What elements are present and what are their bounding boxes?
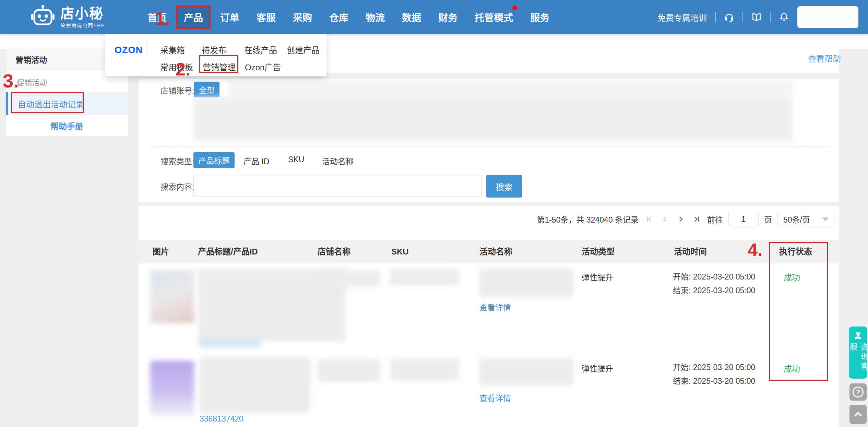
search-type-product-id[interactable]: 产品 ID — [243, 155, 269, 167]
consult-service-button[interactable]: 咨询客服 — [849, 327, 867, 379]
headset-icon[interactable] — [724, 12, 734, 22]
nav-item-managed-mode[interactable]: 托管模式 — [475, 10, 513, 24]
logo-title: 店小秘 — [60, 5, 105, 21]
search-type-label: 搜索类型: — [160, 155, 194, 167]
product-title-blurred — [200, 357, 310, 413]
divider — [742, 12, 743, 22]
navbar-right: 免费专属培训 — [657, 0, 858, 34]
menu-item-create-product[interactable]: 创建产品 — [287, 44, 320, 56]
sku-blurred — [390, 359, 459, 381]
next-page-button[interactable] — [676, 214, 686, 224]
sidebar-item-auto-exit-records[interactable]: 自动退出活动记录 — [6, 92, 128, 115]
back-to-top-button[interactable] — [849, 405, 867, 424]
question-mark-icon: ? — [853, 387, 864, 398]
status-badge: 成功 — [784, 271, 800, 283]
user-account-area[interactable] — [797, 6, 858, 28]
product-id-blurred — [199, 338, 261, 347]
blurred-shop-row — [229, 82, 794, 96]
annotation-step-1: 1. — [155, 10, 170, 27]
nav-item-products[interactable]: 产品 — [184, 5, 203, 29]
ozon-brand-tab[interactable]: OZON — [110, 42, 147, 58]
main-nav: 首页 产品 订单 客服 采购 仓库 物流 数据 财务 托管模式 服务 — [147, 0, 549, 34]
support-agent-icon — [853, 331, 863, 340]
page-number-input[interactable] — [728, 211, 759, 227]
col-header-activity-type: 活动类型 — [582, 240, 615, 263]
nav-item-warehouse[interactable]: 仓库 — [329, 10, 348, 24]
divider — [715, 12, 716, 22]
nav-item-purchasing[interactable]: 采购 — [293, 10, 312, 24]
nav-item-orders[interactable]: 订单 — [220, 10, 239, 24]
view-help-link[interactable]: 查看帮助 — [808, 52, 841, 64]
search-content-label: 搜索内容: — [160, 180, 194, 192]
consult-service-label: 咨询客服 — [847, 343, 868, 379]
col-header-activity-name: 活动名称 — [479, 240, 512, 263]
menu-item-collection-box[interactable]: 采集箱 — [160, 44, 185, 56]
col-header-exec-status: 执行状态 — [779, 240, 812, 263]
logo-subtitle: 免费跨境电商ERP — [60, 21, 105, 28]
activity-end-time: 结束: 2025-03-20 05:00 — [673, 375, 755, 386]
sku-blurred — [390, 269, 459, 286]
help-button[interactable]: ? — [849, 383, 867, 401]
product-id-link[interactable]: 3368137420 — [200, 414, 243, 424]
divider — [770, 12, 771, 22]
activity-start-time: 开始: 2025-03-20 05:00 — [673, 361, 755, 372]
manual-book-icon[interactable] — [751, 12, 762, 22]
col-header-image: 图片 — [153, 240, 169, 263]
last-page-button[interactable] — [691, 214, 702, 224]
product-image-blurred — [150, 270, 194, 323]
filter-panel: 店铺账号: 全部 搜索类型: 产品标题 产品 ID SKU 活动名称 搜索内容:… — [139, 79, 839, 202]
top-navbar: 店小秘 免费跨境电商ERP 首页 产品 订单 客服 采购 仓库 物流 数据 财务… — [0, 0, 868, 34]
shop-account-label: 店铺账号: — [160, 84, 194, 96]
page-size-value: 50条/页 — [783, 213, 810, 225]
page-size-select[interactable]: 50条/页 — [777, 211, 834, 227]
col-header-sku: SKU — [391, 240, 409, 263]
col-header-shop: 店铺名称 — [318, 240, 350, 263]
page-unit-label: 页 — [764, 213, 772, 225]
shop-name-blurred — [318, 270, 380, 287]
product-image-blurred — [150, 361, 194, 416]
nav-item-services[interactable]: 服务 — [530, 10, 549, 24]
sidebar-group-promotions[interactable]: 促销活动 — [17, 76, 47, 87]
pagination-bar: 第1-50条，共 324040 条记录 前往 页 50条/页 — [537, 210, 834, 228]
nav-item-data[interactable]: 数据 — [402, 10, 421, 24]
annotation-step-2: 2. — [176, 60, 190, 78]
nav-item-customer-service[interactable]: 客服 — [257, 10, 276, 24]
prev-page-button[interactable] — [660, 214, 670, 224]
view-details-link[interactable]: 查看详情 — [479, 392, 511, 403]
col-header-activity-time: 活动时间 — [674, 240, 707, 263]
nav-item-finance[interactable]: 财务 — [438, 10, 457, 24]
table-panel: 第1-50条，共 324040 条记录 前往 页 50条/页 图片 — [139, 206, 839, 427]
search-type-product-title[interactable]: 产品标题 — [193, 152, 235, 168]
goto-label: 前往 — [707, 213, 723, 225]
col-header-title-id: 产品标题/产品ID — [198, 240, 258, 263]
activity-name-blurred — [479, 358, 573, 386]
divider — [150, 146, 829, 146]
nav-item-logistics[interactable]: 物流 — [366, 10, 385, 24]
blurred-shop-list — [194, 97, 793, 141]
search-type-sku[interactable]: SKU — [288, 155, 304, 164]
view-details-link[interactable]: 查看详情 — [479, 301, 511, 313]
activity-name-blurred — [479, 268, 573, 297]
search-input[interactable] — [193, 176, 481, 197]
free-training-link[interactable]: 免费专属培训 — [657, 11, 707, 23]
shop-filter-all-chip[interactable]: 全部 — [194, 82, 219, 97]
activity-type-cell: 弹性提升 — [582, 271, 613, 283]
activity-type-cell: 弹性提升 — [582, 362, 613, 374]
bell-icon[interactable] — [779, 12, 789, 22]
shop-name-blurred — [318, 359, 380, 382]
menu-item-ozon-ads[interactable]: Ozon广告 — [245, 61, 281, 73]
sidebar-help-manual-link[interactable]: 帮助手册 — [6, 120, 128, 132]
search-button[interactable]: 搜索 — [486, 175, 522, 198]
menu-item-marketing-management[interactable]: 营销管理 — [203, 61, 236, 73]
menu-item-to-publish[interactable]: 待发布 — [202, 44, 226, 56]
menu-item-online-products[interactable]: 在线产品 — [244, 44, 277, 56]
app-logo[interactable]: 店小秘 免费跨境电商ERP — [30, 4, 105, 29]
search-type-activity-name[interactable]: 活动名称 — [322, 155, 354, 167]
annotation-step-4: 4. — [748, 241, 762, 259]
first-page-button[interactable] — [644, 214, 654, 224]
activity-start-time: 开始: 2025-03-20 05:00 — [673, 270, 755, 282]
records-summary: 第1-50条，共 324040 条记录 — [537, 213, 639, 225]
chevron-down-icon — [822, 217, 829, 221]
product-dropdown-menu: OZON 采集箱 待发布 在线产品 创建产品 常用模板 营销管理 Ozon广告 — [105, 34, 326, 76]
status-badge: 成功 — [784, 362, 800, 374]
